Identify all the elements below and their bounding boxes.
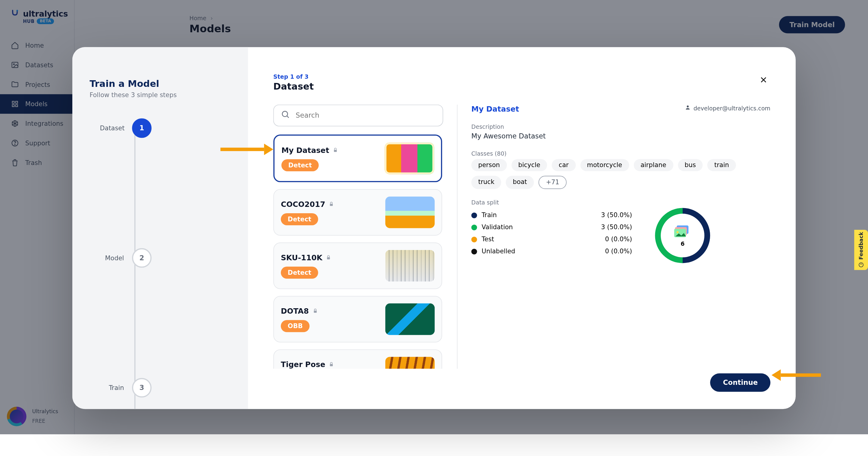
dataset-card[interactable]: DOTA8OBB [273,296,442,342]
vertical-divider [457,105,458,369]
svg-rect-14 [330,364,333,366]
svg-point-15 [687,106,689,107]
step-1-label: Dataset [100,124,124,132]
dataset-name: COCO2017 [281,200,378,208]
svg-point-19 [677,231,679,233]
feedback-label: Feedback [858,232,864,260]
split-name: Validation [482,224,596,231]
lock-icon [326,253,332,262]
step-2-label: Model [100,254,124,262]
person-icon [685,105,690,112]
steps-title: Train a Model [90,78,231,89]
split-swatch [471,236,477,242]
svg-rect-10 [334,149,337,151]
data-split-label: Data split [471,199,770,206]
steps-track-line [134,129,135,409]
lock-icon [329,200,334,208]
step-3-dot: 3 [132,378,152,398]
class-chip: bus [678,159,703,171]
svg-rect-11 [330,203,333,205]
description-value: My Awesome Dataset [471,132,770,140]
dataset-owner: developer@ultralytics.com [685,105,770,112]
dataset-task-badge: OBB [281,320,309,332]
split-row: Test0 (0.0%) [471,235,632,243]
lock-icon [329,360,334,369]
dataset-card[interactable]: SKU-110KDetect [273,243,442,289]
split-name: Test [482,235,600,243]
split-count: 3 (50.0%) [601,211,632,219]
step-model[interactable]: Model 2 [100,248,151,268]
classes-chips: personbicyclecarmotorcycleairplanebustra… [471,159,770,189]
steps-column: Train a Model Follow these 3 simple step… [72,47,248,409]
step-1-dot: 1 [132,118,152,138]
dataset-thumbnail [385,304,435,335]
dataset-name: SKU-110K [281,253,378,262]
split-swatch [471,212,477,218]
dataset-name: DOTA8 [281,306,378,315]
dataset-task-badge: Detect [281,266,318,278]
step-2-dot: 2 [132,248,152,268]
class-chip: boat [506,176,534,189]
dataset-thumbnail [384,142,434,174]
steps-subtitle: Follow these 3 simple steps [90,91,231,99]
detail-dataset-name: My Dataset [471,105,519,113]
svg-point-20 [859,263,863,267]
dataset-thumbnail [385,357,435,369]
split-name: Train [482,211,596,219]
description-label: Description [471,124,770,130]
lock-icon [312,306,318,315]
svg-rect-13 [314,310,317,312]
split-count: 3 (50.0%) [601,224,632,231]
dataset-name: My Dataset [281,146,378,154]
classes-label: Classes (80) [471,150,770,157]
dataset-list: My DatasetDetectCOCO2017DetectSKU-110KDe… [273,135,443,369]
class-chip-more[interactable]: +71 [538,176,567,189]
class-chip: train [707,159,736,171]
class-chip: motorcycle [580,159,629,171]
dataset-thumbnail [385,196,435,228]
split-count: 0 (0.0%) [605,235,632,243]
feedback-icon [858,262,864,268]
split-swatch [471,224,477,230]
class-chip: car [552,159,576,171]
class-chip: bicycle [512,159,547,171]
donut-total: 6 [681,240,684,247]
continue-button[interactable]: Continue [710,373,770,392]
split-name: Unlabelled [482,248,600,255]
data-split-donut: 6 [655,208,710,263]
split-count: 0 (0.0%) [605,248,632,255]
class-chip: airplane [633,159,673,171]
step-train[interactable]: Train 3 [100,378,151,398]
dataset-task-badge: Detect [281,159,318,171]
dataset-card[interactable]: COCO2017Detect [273,189,442,235]
close-icon [760,75,768,86]
search-input[interactable] [296,112,436,120]
split-row: Unlabelled0 (0.0%) [471,248,632,255]
step-dataset[interactable]: Dataset 1 [100,118,151,138]
svg-point-9 [282,111,288,117]
split-swatch [471,249,477,254]
close-button[interactable] [756,74,770,87]
step-3-label: Train [100,384,124,392]
data-split-table: Train3 (50.0%)Validation3 (50.0%)Test0 (… [471,211,632,255]
class-chip: person [471,159,507,171]
content-title: Dataset [273,81,314,92]
class-chip: truck [471,176,501,189]
train-model-modal: Train a Model Follow these 3 simple step… [72,47,796,409]
dataset-card[interactable]: Tiger PosePose [273,349,442,369]
dataset-thumbnail [385,250,435,282]
feedback-tab[interactable]: Feedback [854,230,868,270]
dataset-task-badge: Detect [281,213,318,225]
lock-icon [333,146,338,154]
step-counter: Step 1 of 3 [273,74,314,80]
owner-email: developer@ultralytics.com [693,105,770,111]
search-icon [281,110,290,121]
search-box[interactable] [273,105,443,126]
split-row: Validation3 (50.0%) [471,224,632,231]
images-icon [674,224,691,239]
svg-rect-12 [327,257,330,259]
dataset-card[interactable]: My DatasetDetect [273,135,442,182]
dataset-name: Tiger Pose [281,360,378,369]
split-row: Train3 (50.0%) [471,211,632,219]
